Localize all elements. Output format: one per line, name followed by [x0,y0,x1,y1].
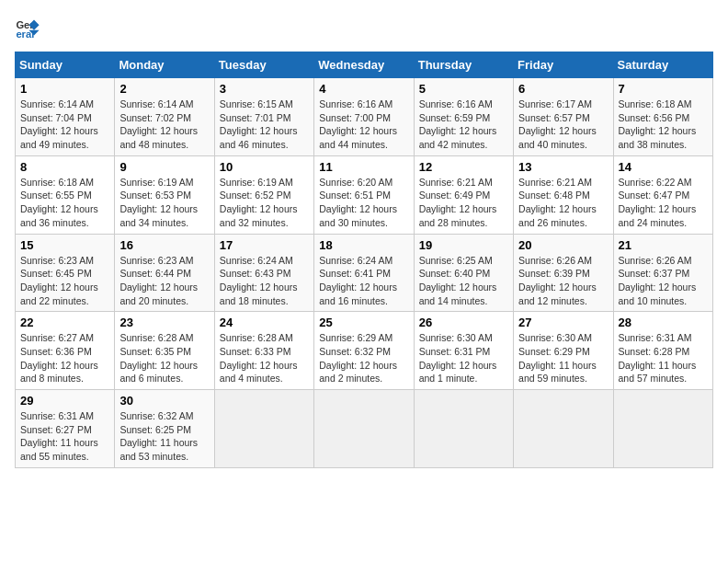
calendar-cell [414,390,513,468]
day-info: Sunrise: 6:31 AMSunset: 6:27 PMDaylight:… [20,409,109,464]
day-info: Sunrise: 6:20 AMSunset: 6:51 PMDaylight:… [319,176,408,230]
day-number: 11 [319,160,408,174]
calendar-cell: 19Sunrise: 6:25 AMSunset: 6:40 PMDayligh… [414,234,513,312]
calendar-week-row: 29Sunrise: 6:31 AMSunset: 6:27 PMDayligh… [16,390,713,468]
column-header-thursday: Thursday [414,52,513,78]
calendar-cell: 5Sunrise: 6:16 AMSunset: 6:59 PMDaylight… [414,78,513,156]
calendar-cell: 2Sunrise: 6:14 AMSunset: 7:02 PMDaylight… [115,78,214,156]
calendar-cell: 22Sunrise: 6:27 AMSunset: 6:36 PMDayligh… [16,312,115,390]
calendar-week-row: 1Sunrise: 6:14 AMSunset: 7:04 PMDaylight… [16,78,713,156]
day-number: 29 [20,394,109,408]
day-info: Sunrise: 6:27 AMSunset: 6:36 PMDaylight:… [20,331,109,385]
day-info: Sunrise: 6:23 AMSunset: 6:44 PMDaylight:… [119,254,209,308]
calendar-cell: 15Sunrise: 6:23 AMSunset: 6:45 PMDayligh… [16,234,115,312]
day-info: Sunrise: 6:32 AMSunset: 6:25 PMDaylight:… [119,409,209,464]
calendar-header-row: SundayMondayTuesdayWednesdayThursdayFrid… [16,52,713,78]
day-info: Sunrise: 6:31 AMSunset: 6:28 PMDaylight:… [619,331,708,385]
calendar-cell [514,390,613,468]
day-info: Sunrise: 6:18 AMSunset: 6:55 PMDaylight:… [20,176,109,230]
day-number: 23 [119,316,209,329]
calendar-week-row: 8Sunrise: 6:18 AMSunset: 6:55 PMDaylight… [16,155,713,234]
calendar-cell: 25Sunrise: 6:29 AMSunset: 6:32 PMDayligh… [314,312,414,390]
day-number: 20 [518,238,608,252]
day-info: Sunrise: 6:29 AMSunset: 6:32 PMDaylight:… [319,331,408,385]
calendar-week-row: 22Sunrise: 6:27 AMSunset: 6:36 PMDayligh… [16,312,713,390]
day-number: 4 [319,82,408,96]
day-info: Sunrise: 6:30 AMSunset: 6:31 PMDaylight:… [419,331,508,385]
calendar-cell: 3Sunrise: 6:15 AMSunset: 7:01 PMDaylight… [214,78,313,156]
day-info: Sunrise: 6:26 AMSunset: 6:37 PMDaylight:… [619,254,708,308]
day-info: Sunrise: 6:30 AMSunset: 6:29 PMDaylight:… [518,331,608,385]
day-number: 30 [119,394,209,408]
day-number: 5 [419,82,508,96]
calendar-cell: 21Sunrise: 6:26 AMSunset: 6:37 PMDayligh… [613,234,712,312]
day-number: 17 [220,238,309,252]
day-info: Sunrise: 6:16 AMSunset: 7:00 PMDaylight:… [319,98,408,152]
day-info: Sunrise: 6:16 AMSunset: 6:59 PMDaylight:… [419,98,508,152]
calendar-cell: 11Sunrise: 6:20 AMSunset: 6:51 PMDayligh… [314,155,414,234]
day-number: 1 [20,82,109,96]
column-header-saturday: Saturday [613,52,712,78]
calendar-cell: 18Sunrise: 6:24 AMSunset: 6:41 PMDayligh… [314,234,414,312]
day-number: 18 [319,238,408,252]
day-number: 15 [20,238,109,252]
day-info: Sunrise: 6:21 AMSunset: 6:49 PMDaylight:… [419,176,508,230]
calendar-cell [613,390,712,468]
column-header-sunday: Sunday [16,52,115,78]
column-header-monday: Monday [115,52,214,78]
day-number: 13 [518,160,608,174]
day-number: 10 [220,160,309,174]
day-number: 21 [619,238,708,252]
logo-icon: Gen eral [15,15,40,40]
day-number: 27 [518,316,608,329]
day-number: 28 [619,316,708,329]
calendar-cell: 1Sunrise: 6:14 AMSunset: 7:04 PMDaylight… [16,78,115,156]
day-number: 24 [220,316,309,329]
day-info: Sunrise: 6:25 AMSunset: 6:40 PMDaylight:… [419,254,508,308]
calendar-cell [214,390,313,468]
logo: Gen eral [15,15,44,40]
calendar-cell: 17Sunrise: 6:24 AMSunset: 6:43 PMDayligh… [214,234,313,312]
calendar-cell: 7Sunrise: 6:18 AMSunset: 6:56 PMDaylight… [613,78,712,156]
day-number: 7 [619,82,708,96]
day-info: Sunrise: 6:17 AMSunset: 6:57 PMDaylight:… [518,98,608,152]
day-info: Sunrise: 6:23 AMSunset: 6:45 PMDaylight:… [20,254,109,308]
day-number: 22 [20,316,109,329]
day-info: Sunrise: 6:19 AMSunset: 6:52 PMDaylight:… [220,176,309,230]
calendar-cell: 6Sunrise: 6:17 AMSunset: 6:57 PMDaylight… [514,78,613,156]
calendar-cell: 8Sunrise: 6:18 AMSunset: 6:55 PMDaylight… [16,155,115,234]
day-info: Sunrise: 6:18 AMSunset: 6:56 PMDaylight:… [619,98,708,152]
day-number: 8 [20,160,109,174]
calendar-cell: 4Sunrise: 6:16 AMSunset: 7:00 PMDaylight… [314,78,414,156]
calendar-cell: 23Sunrise: 6:28 AMSunset: 6:35 PMDayligh… [115,312,214,390]
day-info: Sunrise: 6:14 AMSunset: 7:04 PMDaylight:… [20,98,109,152]
calendar-cell [314,390,414,468]
day-number: 2 [119,82,209,96]
day-info: Sunrise: 6:21 AMSunset: 6:48 PMDaylight:… [518,176,608,230]
calendar-cell: 12Sunrise: 6:21 AMSunset: 6:49 PMDayligh… [414,155,513,234]
calendar-week-row: 15Sunrise: 6:23 AMSunset: 6:45 PMDayligh… [16,234,713,312]
day-info: Sunrise: 6:24 AMSunset: 6:41 PMDaylight:… [319,254,408,308]
calendar-cell: 14Sunrise: 6:22 AMSunset: 6:47 PMDayligh… [613,155,712,234]
day-number: 3 [220,82,309,96]
day-number: 26 [419,316,508,329]
day-info: Sunrise: 6:24 AMSunset: 6:43 PMDaylight:… [220,254,309,308]
day-number: 14 [619,160,708,174]
calendar-cell: 9Sunrise: 6:19 AMSunset: 6:53 PMDaylight… [115,155,214,234]
day-info: Sunrise: 6:22 AMSunset: 6:47 PMDaylight:… [619,176,708,230]
column-header-wednesday: Wednesday [314,52,414,78]
day-number: 19 [419,238,508,252]
day-info: Sunrise: 6:28 AMSunset: 6:33 PMDaylight:… [220,331,309,385]
page-header: Gen eral [15,15,713,40]
calendar-cell: 20Sunrise: 6:26 AMSunset: 6:39 PMDayligh… [514,234,613,312]
calendar-cell: 13Sunrise: 6:21 AMSunset: 6:48 PMDayligh… [514,155,613,234]
calendar-table: SundayMondayTuesdayWednesdayThursdayFrid… [15,52,713,468]
day-info: Sunrise: 6:19 AMSunset: 6:53 PMDaylight:… [119,176,209,230]
day-info: Sunrise: 6:26 AMSunset: 6:39 PMDaylight:… [518,254,608,308]
calendar-cell: 30Sunrise: 6:32 AMSunset: 6:25 PMDayligh… [115,390,214,468]
calendar-cell: 16Sunrise: 6:23 AMSunset: 6:44 PMDayligh… [115,234,214,312]
column-header-tuesday: Tuesday [214,52,313,78]
calendar-cell: 29Sunrise: 6:31 AMSunset: 6:27 PMDayligh… [16,390,115,468]
calendar-cell: 26Sunrise: 6:30 AMSunset: 6:31 PMDayligh… [414,312,513,390]
day-info: Sunrise: 6:14 AMSunset: 7:02 PMDaylight:… [119,98,209,152]
